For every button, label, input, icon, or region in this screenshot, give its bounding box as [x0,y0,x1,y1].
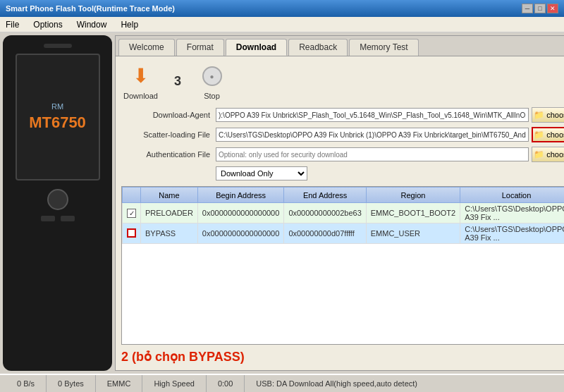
col-name: Name [141,188,198,203]
auth-choose-button[interactable]: 📁 choose [532,147,564,162]
stop-button[interactable]: ● Stop [192,62,231,100]
status-bytes: 0 Bytes [47,375,96,392]
status-time: 0:00 [207,375,245,392]
menu-window[interactable]: Window [74,18,110,31]
phone-nav [41,216,75,221]
col-begin-address: Begin Address [197,188,284,203]
close-button[interactable]: ✕ [547,4,558,13]
phone-screen: RM MT6750 [16,54,100,180]
toolbar-row: ⬇ Download 3 ● Stop [121,62,564,100]
download-label: Download [123,92,158,100]
step-number: 3 [174,74,181,89]
row2-begin: 0x0000000000000000 [197,223,284,244]
tab-bar: Welcome Format Download Readback Memory … [116,36,564,56]
annotation-text: 2 (bỏ chọn BYPASS) [121,349,564,365]
status-transfer-rate: 0 B/s [6,375,47,392]
status-bar: 0 B/s 0 Bytes EMMC High Speed 0:00 USB: … [0,374,564,392]
status-speed: High Speed [142,375,207,392]
scatter-loading-row: Scatter-loading File 📁 choose [121,127,564,142]
auth-file-label: Authentication File [121,150,213,159]
row1-region: EMMC_BOOT1_BOOT2 [366,203,460,223]
download-agent-label: Download-Agent [121,111,213,119]
tab-memory-test[interactable]: Memory Test [349,39,418,56]
row2-name: BYPASS [141,223,198,244]
download-mode-dropdown[interactable]: Download Only [216,166,307,180]
folder-icon-2: 📁 [534,130,544,140]
tab-content-download: ⬇ Download 3 ● Stop Download-Agent 📁 [116,56,564,370]
row2-region: EMMC_USER [366,223,460,244]
phone-panel: RM MT6750 [3,35,112,371]
phone-speaker [44,44,72,48]
folder-icon: 📁 [534,110,544,120]
tab-format[interactable]: Format [176,39,224,56]
phone-nav-btn-right [61,216,75,221]
row1-checkbox[interactable]: ✓ [127,209,136,218]
row1-checkbox-cell[interactable]: ✓ [123,203,141,223]
phone-brand: RM [51,102,63,111]
menu-options[interactable]: Options [30,18,65,31]
tab-welcome[interactable]: Welcome [118,39,175,56]
download-agent-input[interactable] [216,108,529,122]
download-icon: ⬇ [127,62,155,90]
auth-file-input[interactable] [216,147,529,161]
download-table: Name Begin Address End Address Region Lo… [122,187,564,244]
row1-end: 0x00000000002be63 [284,203,366,223]
table-row: BYPASS 0x0000000000000000 0x00000000d07f… [123,223,565,244]
stop-icon: ● [198,62,226,90]
row2-location: C:\Users\TGS\Desktop\OPPO A39 Fix ... [460,223,564,244]
file-table: Name Begin Address End Address Region Lo… [121,186,564,345]
content-panel: Welcome Format Download Readback Memory … [115,35,564,371]
col-region: Region [366,188,460,203]
download-agent-choose-button[interactable]: 📁 choose [532,107,564,123]
download-button[interactable]: ⬇ Download [121,62,160,100]
menu-bar: File Options Window Help [0,17,564,32]
window-controls: ─ □ ✕ [522,4,558,13]
download-agent-row: Download-Agent 📁 choose [121,107,564,123]
row1-name: PRELOADER [141,203,198,223]
phone-home-button [47,189,68,210]
table-row: ✓ PRELOADER 0x0000000000000000 0x0000000… [123,203,565,223]
minimize-button[interactable]: ─ [522,4,533,13]
window-title: Smart Phone Flash Tool(Runtime Trace Mod… [6,4,175,13]
scatter-label: Scatter-loading File [121,130,213,139]
row1-begin: 0x0000000000000000 [197,203,284,223]
row2-end: 0x00000000d07fffff [284,223,366,244]
col-end-address: End Address [284,188,366,203]
stop-label: Stop [204,92,220,100]
phone-nav-btn-left [41,216,55,221]
col-checkbox [123,188,141,203]
folder-icon-3: 📁 [534,149,544,159]
scatter-input[interactable] [216,128,529,142]
col-location: Location [460,188,564,203]
status-usb-info: USB: DA Download All(high speed,auto det… [245,375,558,392]
main-layout: RM MT6750 Welcome Format Download Readba… [0,32,564,374]
row2-checkbox[interactable] [127,228,136,238]
maximize-button[interactable]: □ [534,4,546,13]
auth-file-row: Authentication File 📁 choose [121,147,564,162]
row1-location: C:\Users\TGS\Desktop\OPPO A39 Fix ... [460,203,564,223]
dropdown-row: Download Only [121,166,564,180]
title-bar: Smart Phone Flash Tool(Runtime Trace Mod… [0,0,564,17]
status-storage: EMMC [96,375,143,392]
tab-download[interactable]: Download [226,39,287,56]
tab-readback[interactable]: Readback [288,39,348,56]
menu-file[interactable]: File [3,18,22,31]
scatter-choose-button[interactable]: 📁 choose [532,127,564,142]
menu-help[interactable]: Help [118,18,141,31]
table-header-row: Name Begin Address End Address Region Lo… [123,188,565,203]
row2-checkbox-cell[interactable] [123,223,141,244]
phone-model: MT6750 [29,114,86,132]
